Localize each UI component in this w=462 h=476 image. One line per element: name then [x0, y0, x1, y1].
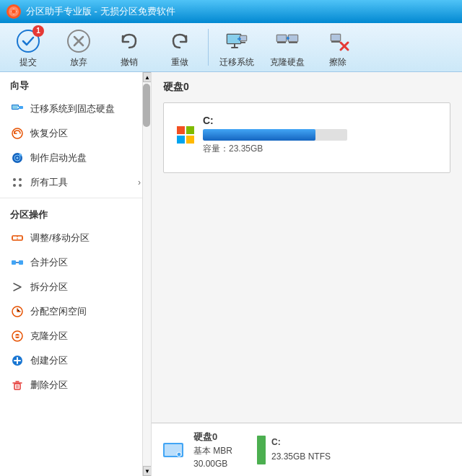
partition-item-c: C: 容量：23.35GB: [175, 115, 438, 155]
split-icon: [10, 280, 25, 294]
svg-rect-48: [14, 384, 20, 389]
partition-visual: C: 容量：23.35GB: [163, 102, 450, 173]
svg-point-36: [19, 184, 22, 187]
undo-button[interactable]: 撤销: [104, 23, 154, 72]
sidebar-item-make-boot[interactable]: 制作启动光盘: [0, 146, 151, 170]
svg-rect-18: [289, 35, 297, 41]
redo-button[interactable]: 重做: [154, 23, 205, 72]
delete-label: 删除分区: [30, 379, 141, 392]
scroll-up-button[interactable]: ▲: [143, 72, 152, 82]
disk-info-bar: 硬盘0 基本 MBR 30.00GB C: 23.35GB NTFS: [152, 423, 462, 476]
app-title: 分区助手专业版 - 无损分区免费软件: [26, 5, 175, 18]
toolbar-divider-1: [208, 29, 209, 66]
all-tools-icon: [10, 175, 25, 190]
wipe-icon: [325, 28, 351, 54]
partition-c-info: C: 容量：23.35GB: [203, 115, 438, 155]
submit-button[interactable]: 1 提交: [3, 23, 53, 72]
svg-rect-21: [331, 35, 340, 40]
recover-partition-icon: [10, 126, 25, 141]
resize-move-icon: [10, 231, 25, 245]
partition-entry-info: C: 23.35GB NTFS: [271, 436, 331, 463]
svg-rect-10: [231, 47, 238, 48]
svg-point-59: [177, 452, 181, 457]
disk-basic-info: 硬盘0 基本 MBR 30.00GB: [193, 431, 244, 469]
create-label: 创建分区: [30, 354, 141, 367]
redo-label: 重做: [171, 57, 188, 67]
scroll-down-button[interactable]: ▼: [143, 466, 152, 476]
svg-rect-9: [234, 44, 235, 47]
sidebar-item-merge[interactable]: 合并分区: [0, 250, 151, 275]
sidebar-item-allocate-space[interactable]: 分配空闲空间: [0, 299, 151, 324]
migrate-system-button[interactable]: 迁移系统: [212, 23, 262, 72]
migrate-system-label: 迁移系统: [219, 57, 254, 67]
svg-point-34: [19, 178, 22, 181]
svg-rect-16: [277, 42, 286, 43]
submit-label: 提交: [19, 57, 37, 67]
sidebar-item-split[interactable]: 拆分分区: [0, 275, 151, 299]
all-tools-arrow: ›: [138, 177, 141, 188]
undo-label: 撤销: [121, 57, 138, 67]
partition-bar-container: [203, 129, 347, 141]
title-bar: 分区助手专业版 - 无损分区免费软件: [0, 0, 462, 23]
redo-icon: [167, 28, 193, 54]
all-tools-label: 所有工具: [30, 176, 132, 189]
split-label: 拆分分区: [30, 281, 141, 294]
disk-size: 30.00GB: [193, 459, 244, 469]
windows-icon: [175, 125, 196, 145]
sidebar-item-resize-move[interactable]: 调整/移动分区: [0, 226, 151, 250]
undo-icon: [116, 28, 142, 54]
svg-point-31: [17, 157, 19, 159]
svg-point-33: [13, 178, 16, 181]
svg-rect-40: [19, 260, 23, 265]
sidebar-item-delete[interactable]: 删除分区: [0, 373, 151, 397]
partition-bar-fill: [203, 129, 315, 141]
discard-icon: [66, 28, 92, 54]
svg-rect-26: [12, 105, 18, 109]
make-boot-label: 制作启动光盘: [30, 151, 141, 164]
svg-rect-27: [19, 106, 23, 109]
svg-rect-19: [289, 42, 297, 43]
wipe-button[interactable]: 擦除: [313, 23, 363, 72]
disk-title: 硬盘0: [163, 81, 450, 94]
svg-point-35: [13, 184, 16, 187]
disk-icon-large: [160, 437, 186, 463]
submit-icon: 1: [15, 28, 41, 54]
svg-rect-15: [277, 35, 286, 41]
delete-icon: [10, 378, 25, 392]
sidebar-item-migrate-ssd[interactable]: 迁移系统到固态硬盘: [0, 97, 151, 121]
app-logo: [6, 4, 22, 19]
partition-entry-label: C:: [271, 436, 331, 449]
migrate-system-icon: [224, 28, 250, 54]
sidebar-item-recover-partition[interactable]: 恢复分区: [0, 121, 151, 146]
create-icon: [10, 353, 25, 368]
clone-partition-label: 克隆分区: [30, 330, 141, 343]
merge-label: 合并分区: [30, 256, 141, 269]
main-layout: 向导 迁移系统到固态硬盘 恢复分区: [0, 72, 462, 476]
sidebar-scrollbar[interactable]: ▲ ▼: [142, 72, 151, 476]
scroll-thumb[interactable]: [143, 84, 150, 127]
merge-icon: [10, 255, 25, 270]
clone-disk-icon: [274, 28, 300, 54]
sidebar-section-wizard: 向导: [0, 72, 151, 97]
sidebar-item-clone-partition[interactable]: 克隆分区: [0, 324, 151, 348]
submit-badge: 1: [32, 25, 44, 37]
svg-rect-56: [186, 136, 194, 144]
migrate-ssd-icon: [10, 102, 25, 116]
sidebar-item-create[interactable]: 创建分区: [0, 348, 151, 373]
content-area: 硬盘0 C:: [152, 72, 462, 476]
wipe-label: 擦除: [329, 57, 346, 67]
clone-disk-button[interactable]: 克隆硬盘: [262, 23, 313, 72]
svg-rect-12: [240, 36, 246, 40]
svg-rect-39: [12, 260, 16, 265]
clone-partition-icon: [10, 329, 25, 343]
discard-button[interactable]: 放弃: [53, 23, 104, 72]
make-boot-icon: [10, 151, 25, 165]
toolbar: 1 提交 放弃 撤销 重做: [0, 23, 462, 72]
partition-color-bar: [257, 436, 266, 464]
sidebar: 向导 迁移系统到固态硬盘 恢复分区: [0, 72, 152, 476]
sidebar-item-all-tools[interactable]: 所有工具 ›: [0, 170, 151, 195]
svg-rect-55: [177, 136, 185, 144]
partition-c-name: C:: [203, 115, 438, 126]
svg-rect-53: [177, 126, 185, 134]
migrate-ssd-label: 迁移系统到固态硬盘: [30, 102, 141, 115]
